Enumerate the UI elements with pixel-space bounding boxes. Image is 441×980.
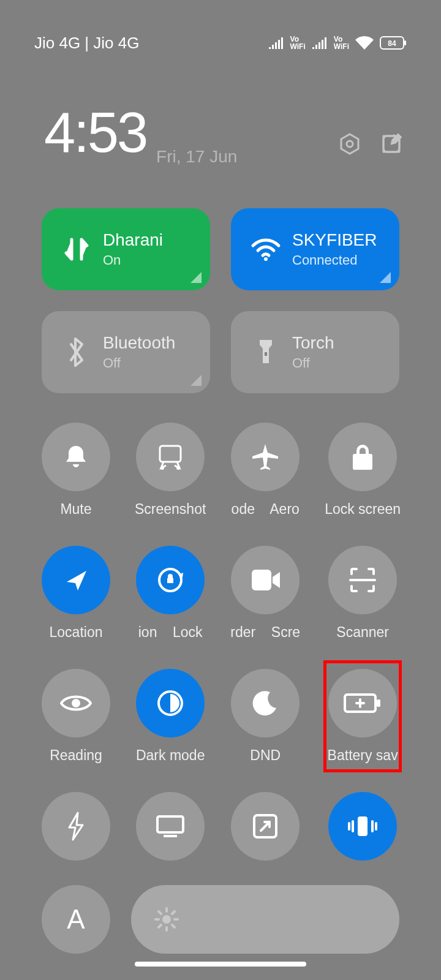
wifi-icon — [355, 36, 374, 50]
reading-mode-toggle[interactable]: Reading — [42, 669, 110, 764]
toggle-label: Scanner — [336, 624, 389, 641]
eye-icon — [60, 693, 92, 714]
toggle-label: Reading — [50, 747, 102, 764]
scan-icon — [348, 565, 377, 595]
vibrate-toggle[interactable] — [325, 792, 401, 861]
status-bar: Jio 4G | Jio 4G VoWiFi VoWiFi 84 — [0, 0, 441, 86]
toggle-label: ode Aero — [232, 501, 300, 518]
svg-rect-19 — [358, 816, 368, 836]
signal-icon — [312, 37, 328, 49]
location-arrow-icon — [63, 567, 89, 593]
brightness-slider[interactable] — [131, 885, 399, 954]
tile-status: Off — [292, 355, 334, 371]
svg-point-4 — [347, 141, 353, 147]
battery-saver-toggle[interactable]: Battery sav — [325, 669, 401, 764]
tile-status: On — [103, 252, 163, 268]
svg-point-6 — [264, 257, 268, 261]
tile-status: Off — [103, 355, 175, 371]
mute-toggle[interactable]: Mute — [42, 423, 110, 518]
tile-title: Bluetooth — [103, 333, 175, 353]
mobile-data-tile[interactable]: Dharani On — [42, 208, 210, 290]
expand-icon[interactable] — [190, 375, 202, 386]
battery-plus-icon — [344, 692, 382, 714]
svg-rect-16 — [157, 816, 183, 832]
rotate-lock-icon — [155, 565, 186, 595]
expand-icon[interactable] — [380, 272, 391, 283]
svg-point-9 — [160, 466, 164, 470]
tile-status: Connected — [292, 252, 377, 268]
torch-tile[interactable]: Torch Off — [231, 311, 399, 393]
dnd-toggle[interactable]: DND — [230, 669, 300, 764]
toggle-label: DND — [250, 747, 281, 764]
tile-title: SKYFIBER — [292, 230, 377, 250]
svg-text:84: 84 — [388, 39, 396, 48]
lock-icon — [350, 443, 375, 471]
lock-screen-toggle[interactable]: Lock screen — [325, 423, 401, 518]
lightning-icon — [66, 812, 86, 841]
shrink-window-icon — [251, 812, 279, 840]
quick-toggles: Mute Screenshot ode Aero Lock screen Loc… — [0, 423, 441, 861]
edit-icon[interactable] — [380, 132, 403, 156]
svg-marker-3 — [341, 134, 358, 154]
status-icons: VoWiFi VoWiFi 84 — [268, 36, 407, 50]
video-camera-icon — [249, 568, 281, 592]
toggle-label: ion Lock — [138, 624, 203, 641]
scissors-icon — [155, 443, 186, 470]
auto-brightness-button[interactable]: A — [42, 885, 110, 954]
sun-icon — [153, 906, 180, 933]
location-toggle[interactable]: Location — [42, 546, 110, 641]
panel-header: 4:53 Fri, 17 Jun — [0, 104, 441, 172]
toggle-label: Lock screen — [325, 501, 401, 518]
cast-toggle[interactable] — [135, 792, 206, 861]
airplane-icon — [250, 442, 281, 472]
dark-mode-toggle[interactable]: Dark mode — [135, 669, 206, 764]
svg-point-12 — [72, 699, 80, 707]
settings-gear-icon[interactable] — [338, 132, 361, 156]
bluetooth-tile[interactable]: Bluetooth Off — [42, 311, 210, 393]
svg-point-10 — [176, 466, 180, 470]
wifi-icon — [251, 237, 281, 262]
vibrate-icon — [344, 814, 381, 839]
flashlight-icon — [256, 337, 276, 367]
svg-rect-17 — [164, 835, 177, 837]
screen-record-toggle[interactable]: rder Scre — [230, 546, 300, 641]
svg-rect-15 — [377, 699, 380, 707]
bell-icon — [61, 442, 91, 472]
clock-date: Fri, 17 Jun — [156, 147, 237, 167]
home-indicator[interactable] — [135, 962, 306, 967]
mobile-data-icon — [64, 235, 89, 264]
toggle-label: Dark mode — [136, 747, 205, 764]
monitor-icon — [155, 814, 186, 839]
brightness-row: A — [0, 885, 441, 954]
svg-rect-8 — [160, 446, 181, 462]
svg-point-20 — [162, 915, 171, 924]
auto-rotate-lock-toggle[interactable]: ion Lock — [135, 546, 206, 641]
contrast-icon — [156, 689, 184, 717]
airplane-mode-toggle[interactable]: ode Aero — [230, 423, 300, 518]
connectivity-tiles: Dharani On SKYFIBER Connected Bluetooth … — [0, 208, 441, 393]
scanner-toggle[interactable]: Scanner — [325, 546, 401, 641]
toggle-label: Location — [50, 624, 103, 641]
svg-rect-1 — [404, 40, 406, 45]
toggle-label: rder Scre — [230, 624, 300, 641]
floating-window-toggle[interactable] — [230, 792, 300, 861]
bluetooth-icon — [66, 337, 87, 368]
svg-rect-7 — [265, 352, 267, 356]
tile-title: Dharani — [103, 230, 163, 250]
signal-icon — [268, 37, 284, 49]
clock-time: 4:53 — [44, 104, 146, 160]
toggle-label: Battery sav — [328, 747, 398, 764]
vowifi-icon: VoWiFi — [334, 36, 349, 50]
wifi-tile[interactable]: SKYFIBER Connected — [231, 208, 399, 290]
carrier-label: Jio 4G | Jio 4G — [34, 34, 140, 53]
expand-icon[interactable] — [190, 272, 202, 283]
tile-title: Torch — [292, 333, 334, 353]
boost-toggle[interactable] — [42, 792, 110, 861]
battery-icon: 84 — [380, 36, 407, 50]
toggle-label: Screenshot — [135, 501, 206, 518]
moon-icon — [252, 690, 279, 717]
toggle-label: Mute — [60, 501, 91, 518]
screenshot-toggle[interactable]: Screenshot — [135, 423, 206, 518]
vowifi-icon: VoWiFi — [290, 36, 306, 50]
